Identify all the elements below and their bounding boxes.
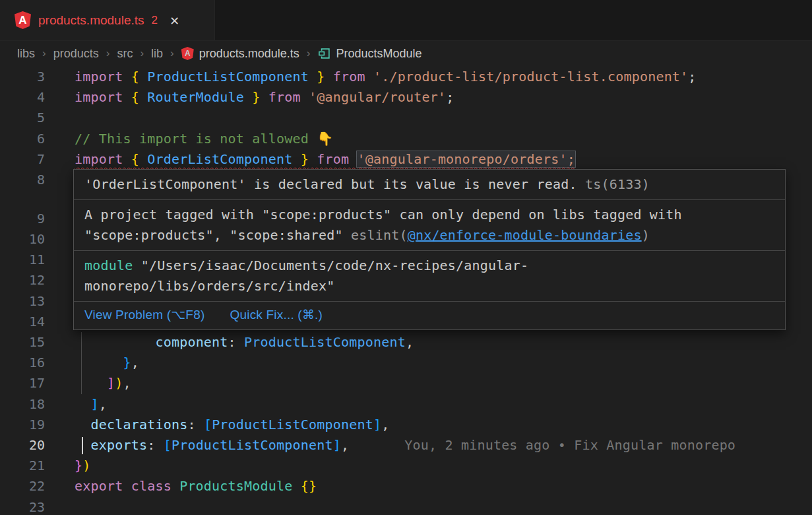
code-line: import { RouterModule } from '@angular/r…: [75, 87, 454, 108]
code-token: [75, 417, 90, 432]
popup-text: eslint(: [351, 227, 408, 243]
tab-bar: A products.module.ts 2 ✕: [0, 0, 812, 41]
popup-footer: View Problem (⌥F8)Quick Fix... (⌘.): [74, 302, 785, 329]
tab-title: products.module.ts: [38, 13, 144, 28]
code-token: {: [131, 69, 139, 85]
code-token: }: [317, 69, 325, 85]
code-token: ;: [446, 89, 454, 105]
popup-text: module: [84, 258, 141, 273]
line-number: 13: [0, 291, 45, 312]
code-token: [75, 375, 107, 391]
code-token: ]: [333, 437, 341, 453]
line-number: 23: [0, 497, 45, 515]
code-token: import: [75, 89, 131, 105]
breadcrumb-item-symbol[interactable]: ProductsModule: [318, 47, 422, 61]
popup-text: 'OrderListComponent' is declared but its…: [84, 176, 577, 192]
code-token: }: [252, 89, 260, 105]
line-number: 3: [0, 67, 45, 87]
popup-text: A project tagged with "scope:products" c…: [84, 207, 682, 223]
breadcrumb-item-lib[interactable]: lib: [151, 47, 163, 61]
breadcrumb-label: products: [53, 47, 99, 61]
line-number: 16: [0, 353, 45, 373]
code-token: ,: [99, 396, 107, 412]
code-line: exports: [ProductListComponent],You, 2 m…: [75, 435, 735, 456]
eslint-rule-link[interactable]: @nx/enforce-module-boundaries: [408, 227, 642, 243]
code-line: declarations: [ProductListComponent],: [75, 415, 389, 435]
line-number: 15: [0, 332, 45, 353]
code-token: import: [75, 69, 131, 85]
code-token: ,: [131, 355, 139, 370]
code-line: component: ProductListComponent,: [75, 332, 414, 353]
popup-text: "scope:products", "scope:shared": [84, 227, 351, 243]
code-token: export: [75, 478, 131, 494]
line-number: 6: [0, 129, 45, 149]
chevron-right-icon: ›: [106, 47, 110, 60]
code-token: OrderListComponent: [139, 151, 301, 167]
breadcrumb-item-products[interactable]: products: [53, 47, 99, 61]
code-line: },: [75, 353, 139, 373]
module-symbol-icon: [318, 47, 331, 60]
code-token: ]: [373, 417, 381, 432]
code-line: import { ProductListComponent } from './…: [75, 67, 697, 87]
code-token: from: [325, 69, 373, 85]
code-token: ): [115, 375, 123, 391]
line-number: 11: [0, 250, 45, 270]
code-token: :: [228, 334, 244, 350]
breadcrumb-item-libs[interactable]: libs: [17, 47, 35, 61]
code-token: :: [147, 437, 163, 453]
code-line: // This import is not allowed 👇: [75, 129, 333, 149]
code-token: ;: [688, 69, 696, 85]
code-token: {}: [301, 478, 317, 494]
popup-section: 'OrderListComponent' is declared but its…: [74, 170, 785, 200]
breadcrumb-item-src[interactable]: src: [117, 47, 133, 61]
popup-line: "scope:products", "scope:shared" eslint(…: [84, 225, 774, 246]
code-token: ]: [107, 375, 115, 391]
code-token: '@angular-monorepo/orders';: [357, 151, 575, 167]
line-number: 5: [0, 108, 45, 128]
tab-products-module[interactable]: A products.module.ts 2 ✕: [0, 0, 215, 40]
code-token: [75, 334, 155, 350]
code-token: ProductListComponent: [244, 334, 406, 350]
line-number: 20: [0, 435, 45, 456]
indent-guide: [81, 332, 82, 394]
breadcrumb-label: lib: [151, 47, 163, 61]
quick-fix-link[interactable]: Quick Fix... (⌘.): [230, 306, 323, 324]
code-token: ProductListComponent: [212, 417, 373, 432]
code-token: ,: [341, 437, 349, 453]
editor[interactable]: 34567891011121314151617181920212223 impo…: [0, 66, 812, 515]
breadcrumb-item-file[interactable]: A products.module.ts: [181, 47, 299, 61]
view-problem-link[interactable]: View Problem (⌥F8): [84, 306, 204, 324]
code-token: // This import is not allowed 👇: [75, 131, 333, 147]
code-token: class: [131, 478, 179, 494]
code-line: import { OrderListComponent } from '@ang…: [75, 149, 575, 170]
line-number: 14: [0, 312, 45, 332]
code-token: '@angular/router': [309, 89, 446, 105]
line-number: 17: [0, 373, 45, 394]
code-token: }: [301, 151, 309, 167]
code-token: ,: [381, 417, 389, 432]
code-token: from: [261, 89, 309, 105]
popup-text: ): [642, 227, 650, 243]
code-token: declarations: [90, 417, 187, 432]
code-token: ProductListComponent: [139, 69, 317, 85]
code-token: {: [131, 89, 139, 105]
breadcrumb: libs › products › src › lib › A products…: [0, 41, 812, 66]
breadcrumb-label: src: [117, 47, 133, 61]
code-token: [75, 396, 90, 412]
popup-line: monorepo/libs/orders/src/index": [84, 276, 774, 296]
code-token: }: [75, 458, 82, 473]
code-token: ]: [90, 396, 98, 412]
code-token: ,: [406, 334, 414, 350]
code-token: {: [131, 151, 139, 167]
chevron-right-icon: ›: [307, 47, 311, 60]
code-token: from: [309, 151, 357, 167]
code-token: './product-list/product-list.component': [373, 69, 688, 85]
breadcrumb-label: ProductsModule: [336, 47, 422, 61]
close-icon[interactable]: ✕: [170, 13, 179, 28]
line-number: 9: [0, 209, 45, 229]
code-token: [: [164, 437, 172, 453]
popup-line: A project tagged with "scope:products" c…: [84, 205, 774, 225]
breadcrumb-label: libs: [17, 47, 35, 61]
code-line: ],: [75, 394, 107, 415]
line-number: 22: [0, 476, 45, 497]
